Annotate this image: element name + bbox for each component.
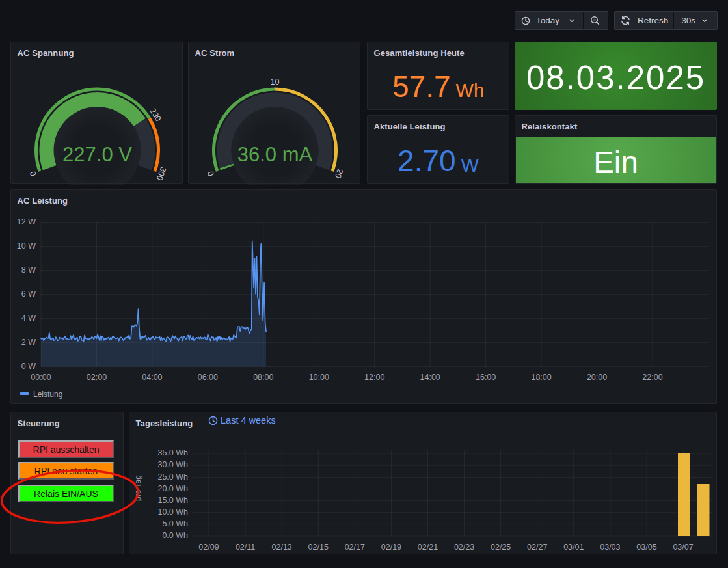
- svg-text:15.0 Wh: 15.0 Wh: [157, 496, 188, 505]
- svg-text:06:00: 06:00: [198, 373, 218, 382]
- svg-text:14:00: 14:00: [420, 373, 440, 382]
- svg-text:03/05: 03/05: [636, 543, 656, 552]
- svg-text:02/25: 02/25: [491, 543, 511, 552]
- svg-text:2 W: 2 W: [21, 338, 36, 347]
- svg-text:02/21: 02/21: [418, 543, 438, 552]
- svg-text:10:00: 10:00: [309, 373, 329, 382]
- svg-text:Leistung: Leistung: [33, 390, 62, 399]
- svg-text:02/15: 02/15: [308, 543, 329, 552]
- svg-text:02:00: 02:00: [87, 373, 107, 382]
- svg-text:02/27: 02/27: [527, 543, 547, 552]
- svg-text:22:00: 22:00: [642, 373, 662, 382]
- svg-text:0 W: 0 W: [21, 362, 36, 371]
- svg-text:02/11: 02/11: [236, 543, 255, 552]
- svg-text:25.0 Wh: 25.0 Wh: [157, 472, 188, 481]
- svg-text:pro Tag: pro Tag: [133, 475, 142, 501]
- svg-text:10.0 Wh: 10.0 Wh: [157, 507, 188, 517]
- svg-text:02/09: 02/09: [198, 543, 219, 552]
- svg-text:08:00: 08:00: [253, 373, 273, 382]
- svg-text:6 W: 6 W: [21, 290, 36, 299]
- svg-text:5.0 Wh: 5.0 Wh: [162, 519, 188, 528]
- svg-text:00:00: 00:00: [31, 373, 51, 382]
- svg-text:20: 20: [333, 168, 345, 180]
- svg-text:0: 0: [28, 170, 38, 177]
- svg-text:12 W: 12 W: [17, 217, 36, 226]
- svg-text:20.0 Wh: 20.0 Wh: [157, 484, 188, 493]
- svg-text:12:00: 12:00: [364, 373, 384, 382]
- svg-text:20:00: 20:00: [587, 373, 607, 382]
- svg-text:02/19: 02/19: [381, 543, 401, 552]
- svg-text:03/07: 03/07: [673, 543, 693, 552]
- svg-text:8 W: 8 W: [21, 265, 36, 275]
- svg-text:35.0 Wh: 35.0 Wh: [157, 448, 188, 457]
- svg-text:02/17: 02/17: [345, 543, 365, 552]
- svg-text:04:00: 04:00: [142, 373, 162, 382]
- svg-text:36.0 mA: 36.0 mA: [237, 143, 313, 166]
- svg-text:16:00: 16:00: [476, 373, 496, 382]
- svg-text:0.0 Wh: 0.0 Wh: [162, 531, 188, 540]
- svg-text:30.0 Wh: 30.0 Wh: [157, 460, 188, 469]
- svg-text:03/01: 03/01: [563, 543, 584, 552]
- svg-text:0: 0: [206, 170, 216, 177]
- svg-text:18:00: 18:00: [531, 373, 551, 382]
- svg-text:02/23: 02/23: [454, 543, 474, 552]
- svg-text:10: 10: [271, 77, 280, 87]
- svg-text:4 W: 4 W: [21, 314, 36, 323]
- svg-text:227.0 V: 227.0 V: [62, 143, 132, 166]
- svg-text:03/03: 03/03: [600, 543, 620, 552]
- svg-text:02/13: 02/13: [272, 543, 292, 552]
- svg-text:10 W: 10 W: [17, 241, 36, 250]
